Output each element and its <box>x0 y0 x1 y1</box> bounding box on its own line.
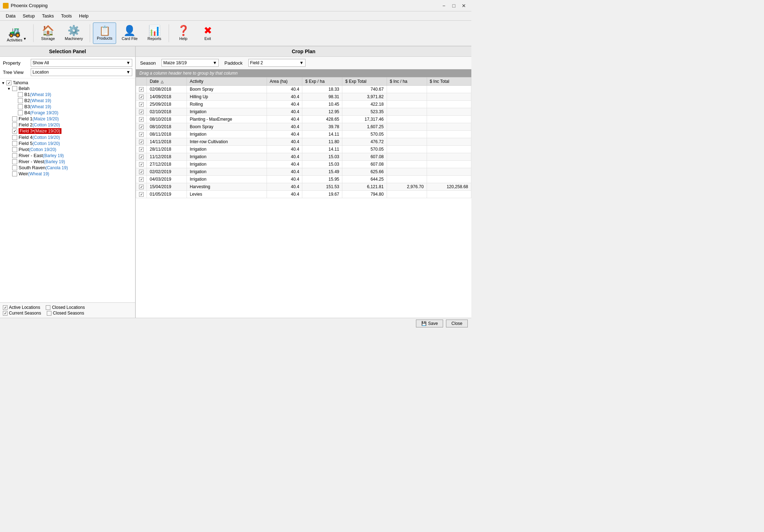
table-cell-check[interactable] <box>136 183 147 191</box>
row-checkbox[interactable] <box>139 117 144 122</box>
tree-checkbox[interactable] <box>12 86 17 91</box>
tree-checkbox[interactable] <box>12 153 17 158</box>
tree-checkbox[interactable] <box>12 135 17 140</box>
tree-checkbox[interactable] <box>18 92 23 97</box>
season-dropdown[interactable]: Maize 18/19 ▼ <box>162 59 219 67</box>
table-cell-check[interactable] <box>136 108 147 116</box>
table-cell-check[interactable] <box>136 131 147 138</box>
bottom-check-box-closed-seasons[interactable] <box>47 311 51 316</box>
table-cell-check[interactable] <box>136 123 147 131</box>
col-header-date[interactable]: Date △ <box>147 77 187 86</box>
minimize-button[interactable]: − <box>439 2 448 9</box>
tree-item[interactable]: River - West(Barley 19) <box>0 159 135 165</box>
table-row[interactable]: 08/11/2018Irrigation40.414.11570.05 <box>136 131 471 138</box>
table-row[interactable]: 28/11/2018Irrigation40.414.11570.05 <box>136 146 471 153</box>
table-row[interactable]: 02/10/2018Irrigation40.412.95523.35 <box>136 108 471 116</box>
tree-checkbox[interactable] <box>12 171 17 176</box>
tree-checkbox[interactable] <box>12 116 17 121</box>
tree-item[interactable]: Field 5(Cotton 19/20) <box>0 140 135 146</box>
tree-item[interactable]: B3(Wheat 19) <box>0 104 135 110</box>
table-row[interactable]: 11/12/2018Irrigation40.415.03607.08 <box>136 153 471 161</box>
col-header-check[interactable] <box>136 77 147 86</box>
toolbar-activities-button[interactable]: 🚜 Activities ▼ <box>3 22 30 44</box>
table-cell-check[interactable] <box>136 116 147 123</box>
menu-data[interactable]: Data <box>2 12 19 19</box>
treeview-dropdown[interactable]: Location ▼ <box>31 68 132 76</box>
tree-checkbox[interactable] <box>18 98 23 103</box>
tree-item[interactable]: Field 4(Cotton 19/20) <box>0 134 135 140</box>
row-checkbox[interactable] <box>139 192 144 197</box>
row-checkbox[interactable] <box>139 95 144 99</box>
tree-checkbox[interactable] <box>18 110 23 115</box>
table-cell-check[interactable] <box>136 93 147 101</box>
tree-checkbox[interactable] <box>18 104 23 109</box>
tree-item[interactable]: B1(Wheat 19) <box>0 91 135 97</box>
table-row[interactable]: 08/10/2018Boom Spray40.439.781,607.25 <box>136 123 471 131</box>
table-cell-check[interactable] <box>136 86 147 93</box>
menu-help[interactable]: Help <box>75 12 92 19</box>
menu-tasks[interactable]: Tasks <box>38 12 57 19</box>
toolbar-exit-button[interactable]: ✖ Exit <box>196 22 219 44</box>
col-header-area[interactable]: Area (ha) <box>267 77 302 86</box>
table-cell-check[interactable] <box>136 146 147 153</box>
maximize-button[interactable]: □ <box>449 2 458 9</box>
bottom-check-item-current-seasons[interactable]: Current Seasons <box>3 311 41 316</box>
save-button[interactable]: 💾 Save <box>416 320 443 327</box>
row-checkbox[interactable] <box>139 140 144 144</box>
toolbar-help-button[interactable]: ❓ Help <box>172 22 195 44</box>
toolbar-products-button[interactable]: 📋 Products <box>93 22 116 44</box>
tree-item[interactable]: Pivot(Cotton 19/20) <box>0 146 135 152</box>
tree-checkbox[interactable] <box>12 122 17 127</box>
row-checkbox[interactable] <box>139 185 144 189</box>
col-header-exp-ha[interactable]: $ Exp / ha <box>302 77 342 86</box>
table-row[interactable]: 14/11/2018Inter-row Cultivation40.411.80… <box>136 138 471 146</box>
row-checkbox[interactable] <box>139 110 144 114</box>
bottom-check-box-active-locations[interactable] <box>3 305 8 310</box>
table-cell-check[interactable] <box>136 168 147 176</box>
table-row[interactable]: 04/03/2019Irrigation40.415.95644.25 <box>136 176 471 183</box>
tree-checkbox[interactable] <box>12 147 17 152</box>
bottom-check-item-active-locations[interactable]: Active Locations <box>3 305 40 310</box>
row-checkbox[interactable] <box>139 177 144 182</box>
row-checkbox[interactable] <box>139 87 144 92</box>
table-cell-check[interactable] <box>136 138 147 146</box>
row-checkbox[interactable] <box>139 125 144 129</box>
col-header-inc-total[interactable]: $ Inc Total <box>427 77 471 86</box>
bottom-check-item-closed-seasons[interactable]: Closed Seasons <box>47 311 84 316</box>
table-row[interactable]: 25/09/2018Rolling40.410.45422.18 <box>136 101 471 108</box>
table-row[interactable]: 08/10/2018Planting - MaxEmerge40.4428.65… <box>136 116 471 123</box>
table-row[interactable]: 14/09/2018Hilling Up40.498.313,971.82 <box>136 93 471 101</box>
col-header-activity[interactable]: Activity <box>187 77 267 86</box>
tree-item[interactable]: ▼Tahoma <box>0 80 135 86</box>
tree-checkbox[interactable] <box>12 141 17 146</box>
menu-tools[interactable]: Tools <box>58 12 75 19</box>
property-dropdown[interactable]: Show All ▼ <box>31 59 132 67</box>
row-checkbox[interactable] <box>139 132 144 137</box>
table-cell-check[interactable] <box>136 153 147 161</box>
table-row[interactable]: 02/02/2019Irrigation40.415.49625.66 <box>136 168 471 176</box>
table-cell-check[interactable] <box>136 161 147 168</box>
tree-item[interactable]: ▼Belah <box>0 86 135 91</box>
tree-checkbox[interactable] <box>12 159 17 164</box>
tree-item[interactable]: Field 3•(Maize 19/20) <box>0 128 135 134</box>
tree-checkbox[interactable] <box>12 129 17 134</box>
row-checkbox[interactable] <box>139 162 144 167</box>
table-row[interactable]: 15/04/2019Harvesting40.4151.536,121.812,… <box>136 183 471 191</box>
row-checkbox[interactable] <box>139 102 144 107</box>
tree-checkbox[interactable] <box>6 80 11 85</box>
row-checkbox[interactable] <box>139 170 144 174</box>
table-row[interactable]: 01/05/2019Levies40.419.67794.80 <box>136 191 471 198</box>
toolbar-cardfile-button[interactable]: 👤 Card File <box>118 22 142 44</box>
table-row[interactable]: 27/12/2018Irrigation40.415.03607.08 <box>136 161 471 168</box>
table-row[interactable]: 02/08/2018Boom Spray40.418.33740.67 <box>136 86 471 93</box>
tree-item[interactable]: Field 1(Maize 19/20) <box>0 116 135 122</box>
row-checkbox[interactable] <box>139 147 144 152</box>
col-header-inc-ha[interactable]: $ Inc / ha <box>387 77 427 86</box>
paddock-dropdown[interactable]: Field 2 ▼ <box>248 59 306 67</box>
col-header-exp-total[interactable]: $ Exp Total <box>342 77 387 86</box>
data-table-container[interactable]: Date △ Activity Area (ha) $ Exp / ha $ E… <box>136 77 471 318</box>
tree-checkbox[interactable] <box>12 165 17 170</box>
close-window-button[interactable]: ✕ <box>459 2 468 9</box>
toolbar-storage-button[interactable]: 🏠 Storage <box>36 22 59 44</box>
tree-item[interactable]: B4(Forage 19/20) <box>0 110 135 116</box>
